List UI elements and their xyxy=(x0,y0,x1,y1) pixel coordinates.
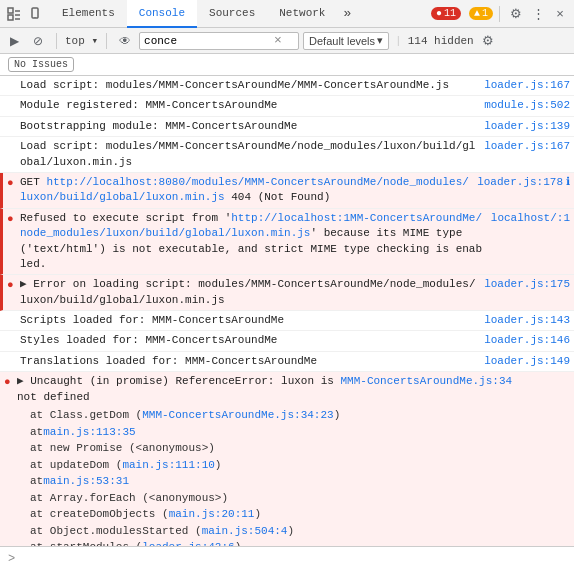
toolbar-right: ● 11 ▲ 1 ⚙ ⋮ × xyxy=(431,4,574,24)
warning-badge: ▲ 1 xyxy=(469,7,493,20)
settings-icon[interactable]: ⚙ xyxy=(506,4,526,24)
tab-elements[interactable]: Elements xyxy=(50,0,127,28)
log-source-link[interactable]: localhost/:1 xyxy=(491,211,570,226)
log-content: Module registered: MMM-ConcertsAroundMe xyxy=(20,98,476,113)
log-content: Translations loaded for: MMM-ConcertsAro… xyxy=(20,354,476,369)
top-toolbar: Elements Console Sources Network » ● 11 … xyxy=(0,0,574,28)
console-prompt: > xyxy=(0,546,574,570)
run-icon[interactable]: ▶ xyxy=(4,31,24,51)
uncaught-stack: at Class.getDom (MMM-ConcertsAroundMe.js… xyxy=(0,407,574,546)
error-log-line: ● ▶ Error on loading script: modules/MMM… xyxy=(0,275,574,311)
stack-line: at Object.modulesStarted (main.js:504:4) xyxy=(30,523,570,540)
log-source-link[interactable]: loader.js:178 xyxy=(477,175,563,190)
log-source-link[interactable]: loader.js:143 xyxy=(484,313,570,328)
log-line: Load script: modules/MMM-ConcertsAroundM… xyxy=(0,137,574,173)
console-settings-icon[interactable]: ⚙ xyxy=(478,31,498,51)
info-icon[interactable]: ℹ xyxy=(566,175,570,190)
stack-line: at main.js:53:31 xyxy=(30,473,570,490)
close-icon[interactable]: × xyxy=(550,4,570,24)
clear-console-icon[interactable]: ⊘ xyxy=(28,31,48,51)
log-content: Scripts loaded for: MMM-ConcertsAroundMe xyxy=(20,313,476,328)
default-levels-button[interactable]: Default levels ▾ xyxy=(303,32,389,50)
log-content: GET http://localhost:8080/modules/MMM-Co… xyxy=(20,175,469,206)
uncaught-header: ● ▶ Uncaught (in promise) ReferenceError… xyxy=(0,372,574,407)
log-line: Styles loaded for: MMM-ConcertsAroundMe … xyxy=(0,331,574,351)
divider3 xyxy=(106,33,107,49)
error-log-line: ● Refused to execute script from 'http:/… xyxy=(0,209,574,276)
device-toolbar-icon[interactable] xyxy=(26,4,46,24)
eye-icon[interactable]: 👁 xyxy=(115,31,135,51)
error-icon: ● xyxy=(7,176,14,191)
tab-network[interactable]: Network xyxy=(267,0,337,28)
error-link[interactable]: http://localhost:1MM-ConcertsAroundMe/no… xyxy=(20,212,482,239)
log-source-link[interactable]: loader.js:175 xyxy=(484,277,570,292)
log-source-link[interactable]: loader.js:146 xyxy=(484,333,570,348)
tab-overflow[interactable]: » xyxy=(337,0,357,28)
prompt-symbol: > xyxy=(8,552,15,566)
error-icon: ● xyxy=(4,375,11,390)
uncaught-error-block: ● ▶ Uncaught (in promise) ReferenceError… xyxy=(0,372,574,546)
log-content: Load script: modules/MMM-ConcertsAroundM… xyxy=(20,78,476,93)
stack-link[interactable]: main.js:53:31 xyxy=(43,473,129,490)
more-options-icon[interactable]: ⋮ xyxy=(528,4,548,24)
status-bar: No Issues xyxy=(0,54,574,76)
stack-line: at Class.getDom (MMM-ConcertsAroundMe.js… xyxy=(30,407,570,424)
stack-link[interactable]: MMM-ConcertsAroundMe.js:34:23 xyxy=(142,407,333,424)
no-issues-badge: No Issues xyxy=(8,57,74,72)
inspect-icon[interactable] xyxy=(4,4,24,24)
expand-icon[interactable]: ▶ xyxy=(17,375,24,387)
error-icon: ● xyxy=(7,278,14,293)
log-content: Bootstrapping module: MMM-ConcertsAround… xyxy=(20,119,476,134)
expand-icon[interactable]: ▶ xyxy=(20,278,27,290)
stack-link[interactable]: main.js:20:11 xyxy=(169,506,255,523)
hidden-count: 114 hidden xyxy=(408,35,474,47)
main-tabs: Elements Console Sources Network » xyxy=(50,0,357,28)
svg-rect-0 xyxy=(8,8,13,13)
log-line: Load script: modules/MMM-ConcertsAroundM… xyxy=(0,76,574,96)
log-line: Bootstrapping module: MMM-ConcertsAround… xyxy=(0,117,574,137)
error-log-line: ● GET http://localhost:8080/modules/MMM-… xyxy=(0,173,574,209)
console-output[interactable]: Load script: modules/MMM-ConcertsAroundM… xyxy=(0,76,574,546)
console-input[interactable] xyxy=(21,553,566,565)
log-content: ▶ Error on loading script: modules/MMM-C… xyxy=(20,277,476,308)
search-box: × xyxy=(139,32,299,50)
log-source-link[interactable]: loader.js:149 xyxy=(484,354,570,369)
log-content: ▶ Uncaught (in promise) ReferenceError: … xyxy=(17,374,570,405)
divider xyxy=(499,6,500,22)
stack-line: at startModules (loader.js:42:6) xyxy=(30,539,570,546)
toolbar-left-icons xyxy=(0,4,50,24)
search-input[interactable] xyxy=(144,35,274,47)
stack-link[interactable]: loader.js:42:6 xyxy=(142,539,234,546)
svg-rect-4 xyxy=(8,15,13,20)
divider2 xyxy=(56,33,57,49)
stack-link[interactable]: main.js:111:10 xyxy=(122,457,214,474)
stack-line: at main.js:113:35 xyxy=(30,424,570,441)
log-line: Scripts loaded for: MMM-ConcertsAroundMe… xyxy=(0,311,574,331)
stack-line: at createDomObjects (main.js:20:11) xyxy=(30,506,570,523)
log-content: Refused to execute script from 'http://l… xyxy=(20,211,483,273)
log-source-link[interactable]: loader.js:167 xyxy=(484,78,570,93)
stack-link[interactable]: main.js:504:4 xyxy=(202,523,288,540)
stack-line: at updateDom (main.js:111:10) xyxy=(30,457,570,474)
error-icon: ● xyxy=(7,212,14,227)
console-toolbar: ▶ ⊘ top ▾ 👁 × Default levels ▾ | 114 hid… xyxy=(0,28,574,54)
log-source-link[interactable]: MMM-ConcertsAroundMe.js:34 xyxy=(340,375,512,387)
svg-rect-5 xyxy=(32,8,38,18)
log-source-link[interactable]: loader.js:139 xyxy=(484,119,570,134)
log-line: Translations loaded for: MMM-ConcertsAro… xyxy=(0,352,574,372)
tab-sources[interactable]: Sources xyxy=(197,0,267,28)
tab-console[interactable]: Console xyxy=(127,0,197,28)
log-source-link[interactable]: module.js:502 xyxy=(484,98,570,113)
log-content: Load script: modules/MMM-ConcertsAroundM… xyxy=(20,139,476,170)
log-source-link[interactable]: loader.js:167 xyxy=(484,139,570,154)
log-line: Module registered: MMM-ConcertsAroundMe … xyxy=(0,96,574,116)
search-clear-icon[interactable]: × xyxy=(274,34,282,47)
error-badge: ● 11 xyxy=(431,7,461,20)
stack-line: at new Promise (<anonymous>) xyxy=(30,440,570,457)
log-content: Styles loaded for: MMM-ConcertsAroundMe xyxy=(20,333,476,348)
svg-point-6 xyxy=(34,16,35,17)
stack-link[interactable]: main.js:113:35 xyxy=(43,424,135,441)
filter-label: top ▾ xyxy=(65,34,98,47)
stack-line: at Array.forEach (<anonymous>) xyxy=(30,490,570,507)
